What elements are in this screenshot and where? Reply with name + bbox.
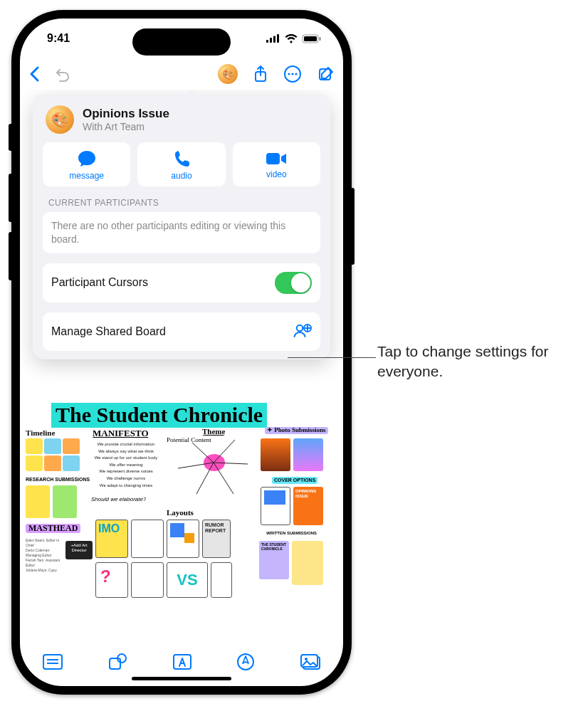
audio-button[interactable]: audio — [137, 142, 225, 186]
participant-cursors-switch[interactable] — [275, 272, 312, 294]
participant-cursors-label: Participant Cursors — [51, 276, 148, 289]
status-time: 9:41 — [47, 32, 70, 45]
video-label: video — [266, 169, 287, 179]
manage-shared-board-row[interactable]: Manage Shared Board — [43, 312, 320, 351]
label-layouts: Layouts — [167, 508, 194, 517]
palette-icon: 🎨 — [222, 68, 234, 80]
manifesto-line: We provide crucial information — [87, 441, 165, 448]
more-button[interactable] — [283, 65, 302, 83]
label-written: WRITTEN SUBMISSIONS — [266, 531, 317, 536]
board-avatar: 🎨 — [46, 105, 74, 134]
svg-rect-2 — [273, 36, 275, 43]
volume-down — [9, 232, 13, 280]
label-vs: VS — [177, 571, 197, 589]
shapes-tool[interactable] — [108, 653, 128, 674]
svg-point-9 — [288, 73, 290, 75]
svg-rect-3 — [277, 34, 279, 43]
add-art-sticky: +Add Art Director — [65, 541, 93, 559]
silent-switch — [9, 124, 13, 151]
cellular-icon — [266, 34, 280, 43]
media-tool[interactable] — [300, 653, 321, 673]
power-button — [350, 188, 355, 265]
svg-rect-21 — [174, 655, 191, 669]
svg-point-14 — [297, 325, 303, 331]
manifesto-lines: We provide crucial information We always… — [87, 441, 165, 489]
manifesto-line: We always say what we think — [87, 448, 165, 455]
layout-question: ? — [95, 562, 128, 598]
participant-cursors-row: Participant Cursors — [43, 263, 320, 302]
video-button[interactable]: video — [233, 142, 320, 186]
photo-1 — [261, 438, 290, 471]
notes-tool[interactable] — [42, 653, 63, 673]
svg-rect-6 — [320, 37, 321, 41]
home-indicator — [132, 677, 231, 680]
sticky — [26, 438, 43, 454]
wifi-icon — [285, 34, 298, 43]
svg-point-25 — [305, 658, 308, 660]
share-button[interactable] — [253, 65, 268, 83]
message-label: message — [69, 171, 104, 181]
nav-bar: 🎨 — [20, 58, 343, 90]
research-card — [53, 485, 77, 518]
popover-subtitle: With Art Team — [83, 121, 169, 132]
sticky — [26, 455, 43, 471]
svg-rect-5 — [304, 36, 317, 41]
manifesto-line: We offer meaning — [87, 462, 165, 469]
palette-icon: 🎨 — [51, 111, 69, 128]
label-elaborate: Should we elaborate? — [91, 497, 146, 503]
participants-section-header: CURRENT PARTICIPANTS — [43, 186, 320, 212]
pen-tool[interactable] — [236, 653, 255, 674]
status-icons — [266, 34, 322, 43]
label-rumor: RUMOR REPORT — [202, 520, 231, 558]
volume-up — [9, 174, 13, 222]
back-button[interactable] — [28, 65, 41, 83]
sticky — [44, 438, 61, 454]
layout-color — [167, 520, 199, 558]
compose-button[interactable] — [317, 65, 335, 83]
svg-rect-19 — [110, 658, 120, 669]
label-timeline: Timeline — [26, 428, 55, 437]
screen: 9:41 🎨 — [20, 19, 343, 686]
svg-rect-1 — [270, 38, 272, 43]
label-imo: IMO — [98, 522, 120, 535]
manifesto-line: We challenge norms — [87, 475, 165, 483]
message-button[interactable]: message — [43, 142, 130, 186]
phone-icon — [173, 149, 190, 168]
written-chronicle: THE STUDENT CHRONICLE — [259, 541, 289, 579]
manage-shared-board-label: Manage Shared Board — [51, 325, 166, 338]
layout-small — [211, 562, 232, 598]
battery-icon — [302, 34, 322, 43]
svg-point-11 — [295, 73, 297, 75]
manifesto-line: We adapt to changing times — [87, 483, 165, 490]
layout-blank — [131, 520, 164, 558]
photo-2 — [293, 438, 323, 471]
manifesto-line: We stand up for our student body — [87, 455, 165, 462]
label-masthead: MASTHEAD — [26, 524, 80, 533]
text-tool[interactable] — [172, 653, 192, 673]
callout-text: Tap to change settings for everyone. — [377, 342, 577, 382]
manifesto-line: We represent diverse voices — [87, 468, 165, 475]
popover-title: Opinions Issue — [83, 107, 169, 121]
mindmap-lines — [164, 433, 256, 511]
participants-empty-text: There are no other participants editing … — [43, 212, 320, 253]
svg-rect-16 — [43, 655, 62, 669]
collaboration-popover: 🎨 Opinions Issue With Art Team message a… — [33, 94, 330, 359]
sticky — [63, 438, 80, 454]
layout-vs: VS — [167, 562, 208, 598]
cover-1 — [261, 487, 290, 525]
masthead-text: Eden Sears: Editor in ChiefDario Coleman… — [26, 538, 67, 572]
undo-button[interactable] — [54, 66, 71, 82]
svg-rect-0 — [266, 40, 268, 43]
cover-opinions: OPINIONS ISSUE — [293, 487, 323, 525]
svg-rect-13 — [266, 153, 280, 164]
label-research: RESEARCH SUBMISSIONS — [26, 477, 90, 483]
written-2 — [292, 541, 323, 585]
board-canvas: Timeline RESEARCH SUBMISSIONS MASTHEAD E… — [24, 433, 339, 632]
sticky — [44, 455, 61, 471]
collaboration-button[interactable]: 🎨 — [218, 64, 238, 84]
research-card — [26, 485, 50, 518]
notch — [132, 28, 231, 56]
label-photo: ✦ Photo Submissions — [265, 427, 328, 434]
label-manifesto: MANIFESTO — [93, 428, 149, 438]
svg-point-10 — [291, 73, 293, 75]
